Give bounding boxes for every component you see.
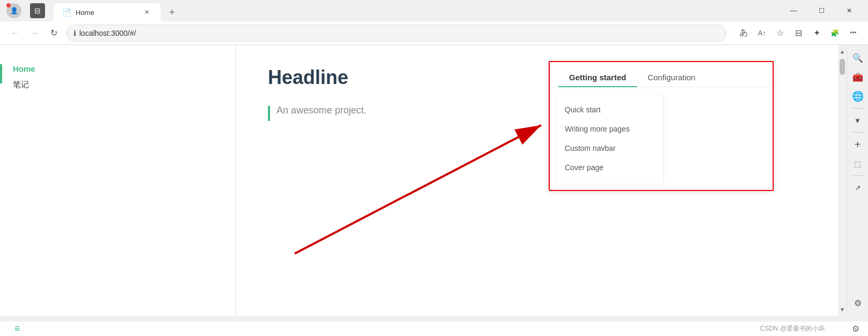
scrollbar[interactable]: ▲ ▼ (838, 45, 847, 316)
screenshot-sidebar-button[interactable]: ⬚ (849, 155, 866, 172)
sidebar-item-home[interactable]: Home (13, 64, 222, 73)
close-button[interactable]: ✕ (837, 3, 862, 19)
active-tab[interactable]: 📄 Home ✕ (54, 3, 161, 21)
address-bar[interactable]: ℹ localhost:3000/#/ (66, 25, 727, 42)
window-controls: — ☐ ✕ (781, 3, 862, 19)
minimize-button[interactable]: — (781, 3, 806, 19)
open-external-sidebar-button[interactable]: ↗ (849, 179, 866, 196)
sidebar-active-indicator (0, 64, 2, 83)
collections-button[interactable]: ✦ (808, 25, 825, 42)
back-button[interactable]: ← (6, 25, 24, 42)
scroll-up-button[interactable]: ▲ (839, 46, 846, 57)
tools-sidebar-button[interactable]: 🧰 (849, 68, 866, 86)
sidebar-divider-3 (851, 175, 864, 176)
add-sidebar-button[interactable]: + (849, 136, 866, 153)
dropdown-tab-configuration[interactable]: Configuration (637, 68, 706, 87)
avatar-status-dot (6, 3, 11, 7)
hamburger-button[interactable]: ≡ (9, 320, 26, 337)
split-screen-button[interactable]: ⊟ (790, 25, 807, 42)
browser-actions: あ A↑ ☆ ⊟ ✦ 🧩 ··· (735, 25, 862, 42)
tab-close-button[interactable]: ✕ (141, 7, 152, 18)
info-icon: ℹ (73, 29, 76, 37)
nav-bar: ← → ↻ ℹ localhost:3000/#/ あ A↑ ☆ ⊟ ✦ 🧩 ·… (0, 21, 868, 45)
browser-icon: ⊟ (30, 3, 45, 18)
bottom-gear-button[interactable]: ⚙ (852, 324, 859, 334)
gear-sidebar-button[interactable]: ⚙ (849, 294, 866, 311)
sidebar-divider-1 (851, 108, 864, 109)
forward-button[interactable]: → (26, 25, 43, 42)
sidebar-item-notes[interactable]: 笔记 (13, 80, 222, 90)
search-sidebar-button[interactable]: 🔍 (849, 49, 866, 66)
new-tab-button[interactable]: + (163, 3, 181, 21)
dropdown-item-quick-start[interactable]: Quick start (556, 100, 663, 119)
content-area: Home 笔记 Headline An awesome project. Get… (0, 45, 868, 316)
more-button[interactable]: ··· (844, 25, 862, 42)
scroll-thumb[interactable] (840, 59, 845, 75)
maximize-button[interactable]: ☐ (809, 3, 834, 19)
dropdown-list: Quick start Writing more pages Custom na… (556, 94, 663, 184)
read-mode-button[interactable]: あ (735, 25, 752, 42)
dropdown-tabs: Getting started Configuration (550, 62, 773, 87)
subtitle-text: An awesome project. (276, 105, 366, 116)
dropdown-item-writing-more-pages[interactable]: Writing more pages (556, 119, 663, 139)
tab-page-icon: 📄 (62, 8, 71, 17)
dropdown-sidebar-button[interactable]: ▼ (849, 112, 866, 129)
page-content: Headline An awesome project. Getting sta… (236, 45, 838, 316)
tab-title: Home (76, 9, 94, 17)
sidebar-divider-2 (851, 132, 864, 133)
dropdown-item-cover-page[interactable]: Cover page (556, 158, 663, 177)
scroll-track (840, 58, 845, 303)
refresh-button[interactable]: ↻ (45, 25, 62, 42)
annotation-arrow (279, 109, 579, 259)
extensions-button[interactable]: 🧩 (826, 25, 843, 42)
subtitle-accent-bar (268, 106, 270, 121)
scroll-down-button[interactable]: ▼ (839, 304, 846, 315)
dropdown-right-panel (670, 87, 773, 190)
title-bar: 👤 ⊟ 📄 Home ✕ + — ☐ ✕ (0, 0, 868, 21)
bottom-bar: ≡ CSDN @爱看书的小坏 ⚙ (0, 321, 868, 336)
dropdown-item-custom-navbar[interactable]: Custom navbar (556, 139, 663, 158)
url-text: localhost:3000/#/ (79, 29, 136, 37)
sidebar: Home 笔记 (0, 45, 236, 316)
browser-ai-button[interactable]: 🌐 (849, 88, 866, 105)
bottom-credit: CSDN @爱看书的小坏 (760, 324, 825, 333)
right-sidebar: 🔍 🧰 🌐 ▼ + ⬚ ↗ ⚙ (847, 45, 868, 316)
favorites-button[interactable]: ☆ (772, 25, 789, 42)
tabs-bar: 📄 Home ✕ + (49, 0, 777, 21)
avatar: 👤 (6, 3, 21, 18)
dropdown-tab-getting-started[interactable]: Getting started (558, 68, 637, 87)
dropdown-content: Quick start Writing more pages Custom na… (550, 87, 773, 190)
dropdown-panel: Getting started Configuration Quick star… (549, 61, 774, 191)
svg-line-1 (295, 125, 541, 254)
immersive-reader-button[interactable]: A↑ (753, 25, 770, 42)
